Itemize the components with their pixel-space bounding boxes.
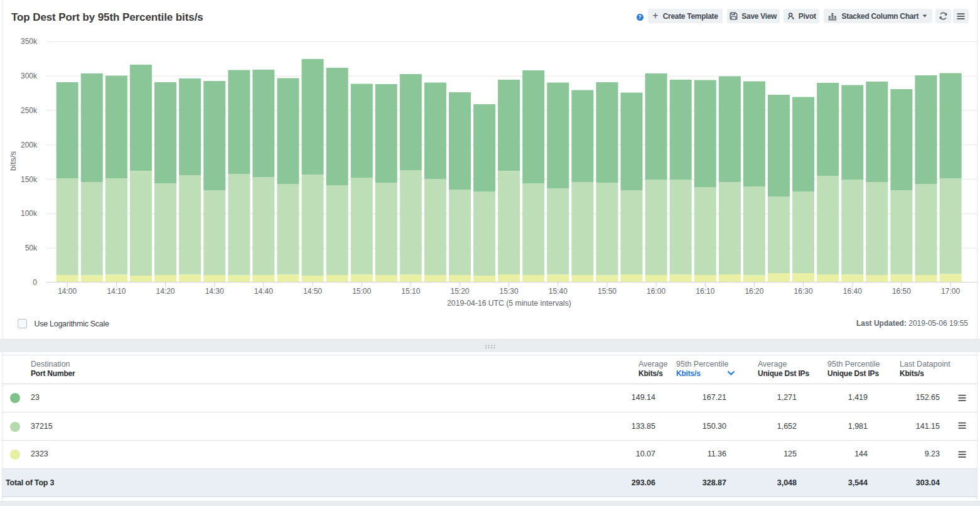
svg-text:250k: 250k	[21, 106, 38, 115]
svg-text:200k: 200k	[21, 141, 38, 149]
svg-text:14:50: 14:50	[303, 287, 322, 296]
svg-text:300k: 300k	[21, 72, 38, 80]
svg-text:14:20: 14:20	[156, 287, 175, 296]
svg-text:50k: 50k	[25, 244, 38, 252]
svg-text:14:40: 14:40	[254, 287, 273, 296]
svg-text:14:00: 14:00	[58, 287, 77, 296]
svg-text:bits/s: bits/s	[8, 151, 18, 171]
svg-text:16:10: 16:10	[696, 287, 714, 296]
svg-text:15:20: 15:20	[450, 287, 469, 296]
svg-text:16:00: 16:00	[647, 287, 665, 296]
svg-text:16:50: 16:50	[892, 287, 911, 296]
svg-text:15:30: 15:30	[500, 287, 519, 296]
svg-text:14:10: 14:10	[107, 287, 126, 296]
svg-text:16:40: 16:40	[843, 287, 862, 296]
svg-text:17:00: 17:00	[941, 287, 960, 296]
svg-text:16:20: 16:20	[745, 287, 763, 296]
svg-text:15:40: 15:40	[549, 287, 568, 296]
svg-text:0: 0	[33, 278, 37, 287]
svg-text:150k: 150k	[21, 175, 38, 184]
svg-text:15:00: 15:00	[352, 287, 371, 296]
svg-text:2019-04-16 UTC (5 minute inter: 2019-04-16 UTC (5 minute intervals)	[447, 299, 571, 308]
svg-text:100k: 100k	[21, 209, 38, 218]
svg-text:16:30: 16:30	[794, 287, 813, 296]
svg-text:14:30: 14:30	[205, 287, 224, 296]
svg-text:350k: 350k	[21, 37, 38, 46]
svg-text:15:50: 15:50	[598, 287, 617, 296]
svg-text:15:10: 15:10	[401, 287, 420, 296]
